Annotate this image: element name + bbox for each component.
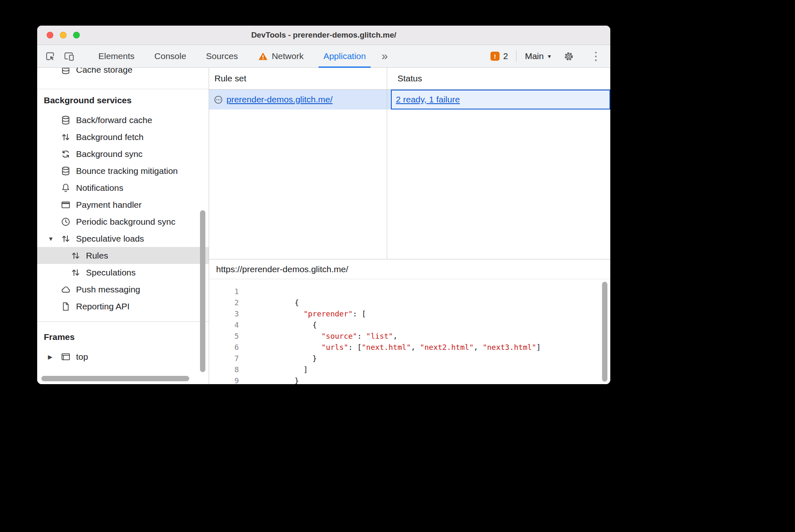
- target-selector[interactable]: Main ▾: [525, 51, 551, 61]
- line-number: 9: [209, 375, 239, 384]
- inspect-button[interactable]: [40, 45, 60, 67]
- triangle-expanded-icon[interactable]: ▼: [48, 235, 54, 242]
- sidebar-item-label: Background sync: [76, 149, 143, 159]
- rule-set-cell[interactable]: prerender-demos.glitch.me/: [209, 90, 391, 109]
- gear-icon: [563, 51, 574, 62]
- sidebar-item-top[interactable]: ▶top: [37, 348, 209, 365]
- line-number: 7: [209, 353, 239, 364]
- sidebar-item-label: Cache storage: [76, 68, 133, 75]
- sidebar-item-label: Notifications: [76, 183, 123, 193]
- device-toolbar-icon: [64, 51, 75, 62]
- sidebar-item-back-forward-cache[interactable]: Back/forward cache: [37, 112, 209, 128]
- sidebar-item-speculations[interactable]: Speculations: [37, 264, 209, 281]
- more-tabs-button[interactable]: »: [376, 45, 393, 67]
- line-number: 5: [209, 330, 239, 342]
- tab-label: Application: [324, 51, 366, 61]
- up-down-arrows-icon: [60, 132, 71, 142]
- code-line: 2 {: [209, 297, 610, 308]
- sidebar-item-label: Reporting API: [76, 302, 130, 311]
- rule-set-code-viewer[interactable]: 12 {3 "prerender": [4 {5 "source": "list…: [209, 279, 610, 384]
- issues-counter[interactable]: ! 2: [490, 51, 508, 61]
- tab-sources[interactable]: Sources: [196, 45, 248, 67]
- issues-icon: !: [490, 52, 500, 61]
- sidebar-item-bounce-tracking-mitigation[interactable]: Bounce tracking mitigation: [37, 162, 209, 179]
- code-line-text: {: [239, 297, 299, 308]
- code-line-text: }: [239, 353, 317, 364]
- sidebar-item-periodic-background-sync[interactable]: Periodic background sync: [37, 213, 209, 230]
- sidebar-item-label: Push messaging: [76, 285, 140, 294]
- sidebar-item-label: Bounce tracking mitigation: [76, 166, 178, 176]
- code-line: 1: [209, 286, 610, 297]
- sidebar-item-notifications[interactable]: Notifications: [37, 179, 209, 196]
- minimize-button[interactable]: [60, 32, 67, 38]
- code-line-text: {: [239, 319, 317, 330]
- issues-count: 2: [503, 51, 508, 61]
- code-line: 8 ]: [209, 364, 610, 375]
- code-line-text: [239, 286, 259, 297]
- menu-button[interactable]: ⋮: [586, 45, 605, 67]
- sidebar-item-payment-handler[interactable]: Payment handler: [37, 196, 209, 213]
- traffic-lights: [47, 32, 80, 38]
- device-toolbar-button[interactable]: [60, 45, 79, 67]
- panel-tabs: Elements Console Sources Network Applica…: [88, 45, 393, 67]
- rule-set-row[interactable]: prerender-demos.glitch.me/ 2 ready, 1 fa…: [209, 90, 610, 109]
- sidebar-section-divider: [37, 321, 209, 322]
- line-number: 6: [209, 342, 239, 353]
- sidebar-item-label: Rules: [86, 251, 108, 261]
- status-cell[interactable]: 2 ready, 1 failure: [391, 90, 610, 109]
- column-divider: [387, 68, 387, 259]
- toolbar-divider: [516, 50, 517, 62]
- tab-application[interactable]: Application: [314, 45, 376, 67]
- cloud-icon: [60, 284, 71, 295]
- sidebar-horizontal-scrollbar[interactable]: [41, 376, 189, 381]
- code-vertical-scrollbar[interactable]: [602, 282, 607, 382]
- double-chevron-icon: »: [381, 50, 388, 63]
- code-line: 7 }: [209, 353, 610, 364]
- sidebar-vertical-scrollbar[interactable]: [200, 210, 205, 372]
- close-button[interactable]: [47, 32, 53, 38]
- zoom-button[interactable]: [73, 32, 80, 38]
- sidebar-item-label: Background fetch: [76, 132, 143, 142]
- sidebar-item-speculative-loads[interactable]: ▼Speculative loads: [37, 230, 209, 247]
- up-down-arrows-icon: [70, 267, 81, 278]
- sidebar-item-label: top: [76, 352, 88, 362]
- devtools-content: Cache storageBackground servicesBack/for…: [37, 68, 610, 384]
- speculative-loads-panel: Rule set Status prerender-demos.glitch.m…: [209, 68, 610, 384]
- sidebar-item-background-sync[interactable]: Background sync: [37, 145, 209, 162]
- settings-button[interactable]: [559, 45, 578, 67]
- line-number: 1: [209, 286, 239, 297]
- code-line-text: "urls": ["next.html", "next2.html", "nex…: [239, 342, 541, 353]
- up-down-arrows-icon: [70, 250, 81, 261]
- line-number: 2: [209, 297, 239, 308]
- inspect-cursor-icon: [45, 51, 56, 62]
- sidebar-item-rules[interactable]: Rules: [37, 247, 209, 264]
- tab-elements[interactable]: Elements: [88, 45, 145, 67]
- tab-label: Network: [272, 51, 304, 61]
- window-title: DevTools - prerender-demos.glitch.me/: [251, 31, 396, 40]
- triangle-collapsed-icon[interactable]: ▶: [48, 354, 52, 360]
- devtools-toolbar: Elements Console Sources Network Applica…: [37, 45, 610, 68]
- database-icon: [60, 166, 71, 176]
- sidebar-item-background-fetch[interactable]: Background fetch: [37, 128, 209, 145]
- column-header-status[interactable]: Status: [392, 68, 610, 89]
- speculation-rules-icon: [213, 95, 224, 105]
- sidebar-item-cache-storage[interactable]: Cache storage: [37, 68, 209, 78]
- target-selector-label: Main: [525, 51, 544, 61]
- table-header: Rule set Status: [209, 68, 610, 90]
- line-number: 3: [209, 308, 239, 319]
- frame-icon: [60, 352, 71, 362]
- tab-network[interactable]: Network: [248, 45, 314, 67]
- code-line-text: ]: [239, 364, 308, 375]
- sidebar-item-label: Back/forward cache: [76, 115, 152, 125]
- rule-set-link[interactable]: prerender-demos.glitch.me/: [226, 95, 333, 104]
- database-icon: [60, 68, 71, 75]
- sidebar-item-label: Periodic background sync: [76, 217, 175, 227]
- sidebar-item-push-messaging[interactable]: Push messaging: [37, 281, 209, 298]
- sidebar-item-reporting-api[interactable]: Reporting API: [37, 298, 209, 315]
- column-header-rule-set[interactable]: Rule set: [209, 68, 392, 89]
- status-link[interactable]: 2 ready, 1 failure: [396, 95, 460, 104]
- code-line-text: "source": "list",: [239, 330, 398, 342]
- card-icon: [60, 200, 71, 210]
- code-line: 4 {: [209, 319, 610, 330]
- tab-console[interactable]: Console: [145, 45, 196, 67]
